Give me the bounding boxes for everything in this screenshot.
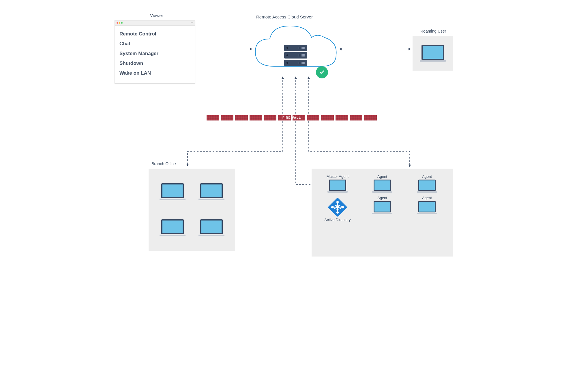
- conn-cloud-branch: [188, 77, 283, 166]
- cloud-title: Remote Access Cloud Server: [256, 14, 313, 19]
- laptop-icon: [372, 201, 392, 214]
- viewer-titlebar: [115, 20, 195, 26]
- agent-node: Agent: [364, 174, 401, 193]
- svg-point-3: [331, 206, 333, 208]
- conn-cloud-agents: [309, 77, 410, 167]
- firewall-bar: FIREWALL: [207, 115, 377, 120]
- active-directory: Active Directory: [319, 196, 356, 222]
- laptop-icon: [327, 180, 348, 193]
- branch-office-title: Branch Office: [151, 161, 176, 166]
- window-minimize-icon: [119, 22, 120, 24]
- hamburger-icon: [191, 22, 193, 23]
- viewer-menu-list: Remote Control Chat System Manager Shutd…: [115, 26, 195, 83]
- svg-point-4: [342, 206, 344, 208]
- agent-label: Agent: [422, 196, 432, 200]
- viewer-window: Remote Control Chat System Manager Shutd…: [115, 20, 195, 84]
- window-close-icon: [117, 22, 118, 24]
- master-agent: Master Agent: [319, 174, 356, 193]
- active-directory-label: Active Directory: [324, 218, 351, 222]
- viewer-item-chat: Chat: [119, 39, 190, 49]
- diagram-stage: Viewer Remote Control Chat System Manage…: [92, 6, 485, 265]
- roaming-user-title: Roaming User: [420, 29, 446, 33]
- agents-box: Master Agent Agent Agent: [312, 169, 453, 257]
- viewer-item-wake-on-lan: Wake on LAN: [119, 68, 190, 78]
- laptop-icon: [372, 180, 392, 193]
- viewer-item-remote-control: Remote Control: [119, 29, 190, 39]
- laptop-icon: [417, 201, 437, 214]
- viewer-title: Viewer: [150, 13, 163, 18]
- server-unit-icon: [284, 52, 307, 59]
- svg-point-0: [336, 206, 339, 208]
- laptop-icon: [420, 45, 446, 62]
- window-maximize-icon: [121, 22, 123, 24]
- firewall-label: FIREWALL: [282, 116, 301, 119]
- viewer-item-shutdown: Shutdown: [119, 59, 190, 68]
- laptop-icon: [160, 183, 186, 200]
- active-directory-icon: [328, 198, 347, 216]
- laptop-icon: [198, 219, 224, 236]
- laptop-icon: [417, 180, 437, 193]
- cloud-server: [252, 22, 339, 76]
- agent-node: Agent: [364, 196, 401, 222]
- laptop-icon: [160, 219, 186, 236]
- agent-node: Agent: [408, 174, 446, 193]
- laptop-icon: [198, 183, 224, 200]
- agent-node: Agent: [408, 196, 446, 222]
- viewer-item-system-manager: System Manager: [119, 49, 190, 59]
- agent-label: Agent: [422, 174, 432, 179]
- server-rack-icon: [284, 45, 307, 67]
- agent-label: Agent: [377, 196, 387, 200]
- server-unit-icon: [284, 60, 307, 66]
- roaming-user-box: [413, 36, 453, 71]
- svg-point-2: [337, 212, 338, 213]
- branch-office-box: [149, 169, 235, 251]
- agent-label: Agent: [377, 174, 387, 179]
- master-agent-label: Master Agent: [327, 174, 349, 179]
- svg-point-1: [337, 201, 338, 203]
- check-badge-icon: [316, 66, 328, 78]
- server-unit-icon: [284, 45, 307, 51]
